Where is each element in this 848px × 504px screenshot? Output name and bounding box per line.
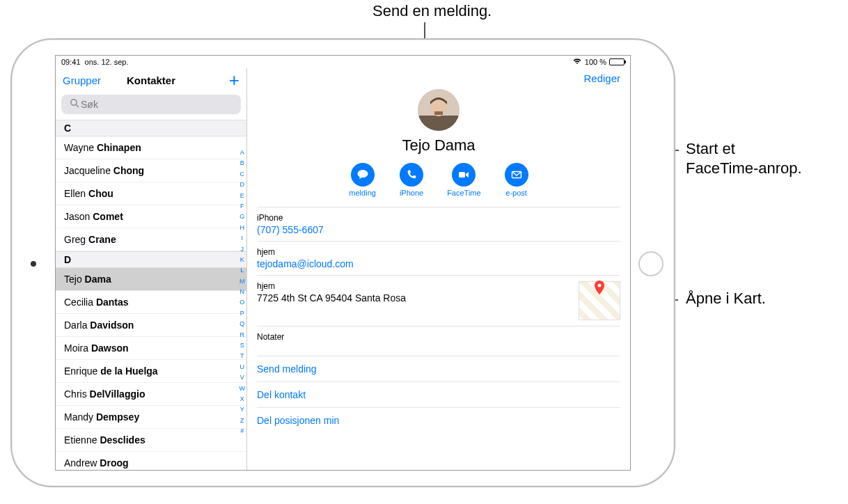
index-letter[interactable]: I — [240, 233, 246, 243]
index-letter[interactable]: O — [240, 297, 246, 307]
avatar — [418, 89, 460, 131]
screen: 09:41 ons. 12. sep. 100 % Grupper Kontak… — [55, 55, 631, 471]
section-header: D — [56, 251, 246, 268]
contact-last-name: Dantas — [96, 297, 129, 308]
send-message-link[interactable]: Send melding — [257, 356, 620, 381]
contact-first-name: Cecilia — [64, 297, 96, 308]
index-letter[interactable]: Z — [240, 416, 246, 425]
phone-icon — [400, 163, 423, 187]
edit-button[interactable]: Rediger — [583, 72, 620, 84]
email-label: e-post — [505, 189, 527, 197]
contact-last-name: Davidson — [90, 320, 134, 331]
contact-row[interactable]: Andrew Droog — [56, 452, 246, 470]
contact-last-name: Desclides — [100, 434, 145, 446]
camera-dot — [31, 261, 36, 267]
contact-row[interactable]: Enrique de la Huelga — [56, 360, 246, 383]
index-letter[interactable]: U — [240, 362, 246, 372]
index-letter[interactable]: P — [240, 308, 246, 318]
contact-row[interactable]: Darla Davidson — [56, 314, 246, 337]
contact-row[interactable]: Ellen Chou — [56, 182, 246, 205]
callout-facetime-line1: Start et — [686, 139, 735, 159]
callout-open-maps: Åpne i Kart. — [686, 289, 766, 309]
contact-row[interactable]: Etienne Desclides — [56, 429, 246, 452]
index-letter[interactable]: F — [240, 201, 246, 211]
index-letter[interactable]: M — [240, 276, 246, 286]
contact-last-name: Chong — [113, 165, 144, 176]
index-letter[interactable]: # — [240, 426, 246, 436]
status-bar: 09:41 ons. 12. sep. 100 % — [56, 56, 630, 68]
email-row[interactable]: hjem tejodama@icloud.com — [257, 241, 620, 275]
index-letter[interactable]: K — [240, 255, 246, 265]
message-label: melding — [349, 189, 376, 197]
index-letter[interactable]: V — [240, 372, 246, 382]
contact-row[interactable]: Cecilia Dantas — [56, 291, 246, 314]
section-header: C — [56, 120, 246, 136]
index-letter[interactable]: E — [240, 191, 246, 200]
contact-row[interactable]: Tejo Dama — [56, 268, 246, 291]
battery-icon — [609, 58, 625, 65]
contact-last-name: Comet — [93, 211, 123, 222]
index-letter[interactable]: L — [240, 265, 246, 275]
contact-last-name: Dawson — [91, 342, 129, 354]
share-location-link[interactable]: Del posisjonen min — [257, 407, 620, 433]
svg-rect-7 — [459, 172, 465, 178]
search-input[interactable] — [61, 95, 241, 114]
phone-label: iPhone — [257, 213, 620, 223]
index-letter[interactable]: N — [240, 287, 246, 297]
contact-row[interactable]: Wayne Chinapen — [56, 136, 246, 159]
facetime-button[interactable]: FaceTime — [447, 163, 481, 197]
index-letter[interactable]: H — [240, 223, 246, 233]
contact-first-name: Tejo — [64, 274, 85, 285]
index-letter[interactable]: Q — [240, 319, 246, 329]
index-letter[interactable]: G — [240, 212, 246, 221]
facetime-label: FaceTime — [447, 189, 481, 197]
phone-row[interactable]: iPhone (707) 555-6607 — [257, 207, 620, 241]
email-button[interactable]: e-post — [505, 163, 528, 197]
index-letter[interactable]: W — [240, 384, 246, 393]
callout-send-message: Send en melding. — [372, 1, 492, 22]
address-label: hjem — [257, 281, 406, 291]
contact-last-name: Chou — [88, 188, 113, 199]
contact-row[interactable]: Chris DelVillaggio — [56, 383, 246, 406]
contact-name: Tejo Dama — [247, 136, 630, 155]
message-button[interactable]: melding — [349, 163, 376, 197]
contact-first-name: Andrew — [64, 457, 100, 468]
notes-row[interactable]: Notater — [257, 326, 620, 356]
ipad-frame: 09:41 ons. 12. sep. 100 % Grupper Kontak… — [10, 38, 675, 487]
contact-row[interactable]: Mandy Dempsey — [56, 406, 246, 429]
map-thumbnail[interactable] — [579, 281, 620, 320]
index-letter[interactable]: R — [240, 330, 246, 340]
index-letter[interactable]: S — [240, 340, 246, 350]
status-date: ons. 12. sep. — [85, 58, 129, 66]
address-row[interactable]: hjem 7725 4th St CA 95404 Santa Rosa — [257, 275, 620, 326]
contact-row[interactable]: Moira Dawson — [56, 337, 246, 360]
address-value: 7725 4th St CA 95404 Santa Rosa — [257, 292, 406, 304]
map-pin-icon — [595, 281, 604, 297]
index-letter[interactable]: A — [240, 148, 246, 157]
email-value: tejodama@icloud.com — [257, 258, 620, 269]
share-contact-link[interactable]: Del kontakt — [257, 381, 620, 407]
contact-row[interactable]: Jason Comet — [56, 205, 246, 228]
index-letter[interactable]: B — [240, 158, 246, 168]
index-letter[interactable]: J — [240, 244, 246, 254]
index-letter[interactable]: X — [240, 394, 246, 404]
index-letter[interactable]: C — [240, 169, 246, 179]
contacts-sidebar: Grupper Kontakter + CWayne ChinapenJacqu… — [56, 68, 247, 470]
call-button[interactable]: iPhone — [400, 163, 423, 197]
contact-row[interactable]: Greg Crane — [56, 228, 246, 251]
index-letter[interactable]: T — [240, 351, 246, 361]
index-strip[interactable]: ABCDEFGHIJKLMNOPQRSTUVWXYZ# — [240, 148, 246, 436]
contacts-list[interactable]: CWayne ChinapenJacqueline ChongEllen Cho… — [56, 120, 246, 470]
battery-percent: 100 % — [585, 58, 606, 66]
contact-first-name: Greg — [64, 234, 88, 245]
contact-first-name: Ellen — [64, 188, 88, 199]
index-letter[interactable]: Y — [240, 404, 246, 414]
contact-first-name: Jacqueline — [64, 165, 113, 176]
index-letter[interactable]: D — [240, 180, 246, 189]
callout-facetime-line2: FaceTime-anrop. — [686, 159, 802, 179]
contact-first-name: Moira — [64, 342, 91, 354]
email-field-label: hjem — [257, 247, 620, 257]
contact-first-name: Mandy — [64, 411, 96, 423]
home-button[interactable] — [638, 251, 664, 276]
contact-row[interactable]: Jacqueline Chong — [56, 159, 246, 182]
